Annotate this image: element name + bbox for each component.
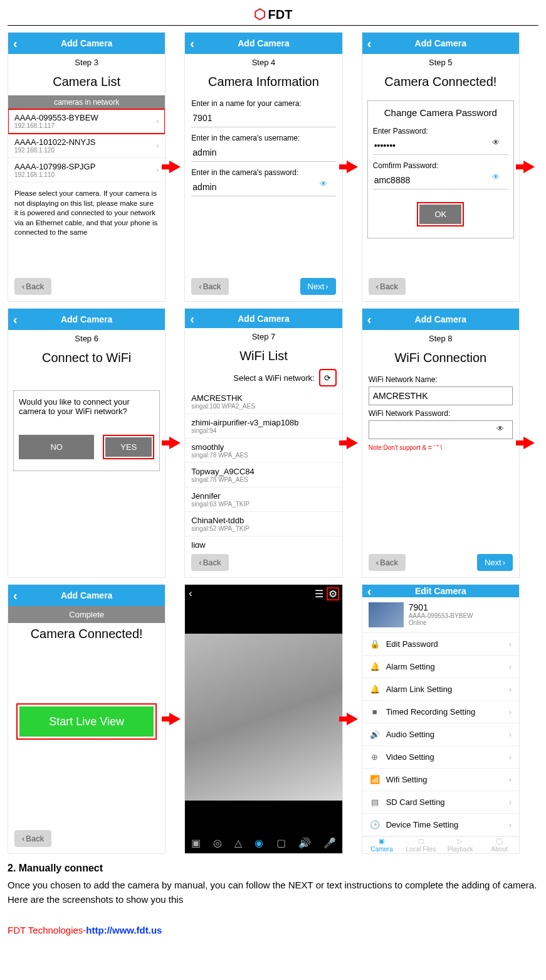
menu-item-wifi-setting[interactable]: 📶Wifi Setting›	[362, 769, 519, 791]
refresh-button[interactable]: ⟳	[320, 370, 336, 386]
back-button[interactable]: ‹ Back	[14, 830, 51, 847]
menu-item-alarm-setting[interactable]: 🔔Alarm Setting›	[362, 656, 519, 678]
back-chevron-icon[interactable]: ‹	[13, 589, 18, 602]
screenshot-step8: ‹ Add Camera Step 8 WiFi Connection WiFi…	[362, 308, 520, 578]
footer-link[interactable]: http://www.fdt.us	[86, 925, 162, 935]
tab-local-files[interactable]: ▢Local Files	[401, 837, 441, 853]
confirm-password-input[interactable]	[373, 173, 508, 189]
live-top-bar: ‹ ☰ ⚙	[185, 585, 342, 602]
record-icon[interactable]: ▢	[276, 837, 286, 849]
tab-bar: ▣Camera ▢Local Files ▷Playback ◯About	[362, 836, 519, 853]
wifi-list-item[interactable]: ChinaNet-tddbsingal:52 WPA_TKIP	[185, 512, 342, 536]
enter-password-input[interactable]	[373, 138, 508, 155]
wifi-list-item[interactable]: AMCRESTHKsingal:100 WPA2_AES	[185, 390, 342, 414]
mic-icon[interactable]: 🎤	[323, 837, 336, 849]
step-label: Step 5	[362, 54, 519, 71]
back-button[interactable]: ‹ Back	[369, 278, 406, 295]
field-label: WiFi Network Name:	[369, 375, 513, 384]
gear-icon[interactable]: ⚙	[327, 588, 339, 600]
chevron-right-icon: ›	[509, 662, 512, 671]
wifi-list-item[interactable]: smoothlysingal:78 WPA_AES	[185, 439, 342, 463]
gallery-icon[interactable]: ▣	[191, 837, 201, 849]
eye-icon[interactable]: 👁	[320, 179, 327, 188]
eye-icon[interactable]: 👁	[496, 424, 504, 433]
next-button[interactable]: Next ›	[300, 278, 336, 295]
screen-title: Camera Connected!	[8, 623, 165, 647]
screen-title: WiFi Connection	[362, 347, 519, 371]
camera-list-item[interactable]: AAAA-107998-SPJGP 192.168.1.110 ›	[8, 158, 165, 183]
camera-id: AAAA-101022-NNYJS	[14, 137, 159, 147]
eye-icon[interactable]: 👁	[492, 138, 500, 147]
back-chevron-icon[interactable]: ‹	[367, 37, 372, 50]
ok-button[interactable]: OK	[419, 205, 461, 224]
snapshot-icon[interactable]: ◎	[213, 837, 222, 849]
eye-icon[interactable]: 👁	[492, 173, 500, 181]
arrow-right-icon	[523, 437, 535, 449]
flow-arrow	[520, 32, 538, 302]
back-chevron-icon[interactable]: ‹	[190, 312, 194, 325]
username-input[interactable]	[191, 145, 335, 162]
nav-bar: ‹ Add Camera	[362, 33, 519, 54]
back-chevron-icon[interactable]: ‹	[367, 585, 372, 597]
chevron-right-icon: ›	[509, 797, 512, 807]
back-chevron-icon[interactable]: ‹	[189, 588, 192, 599]
menu-item-alarm-link[interactable]: 🔔Alarm Link Setting›	[362, 678, 519, 701]
footer-company: FDT Technologies-	[8, 925, 86, 935]
sliders-icon[interactable]: ☰	[315, 588, 323, 600]
back-button[interactable]: ‹ Back	[369, 554, 406, 571]
password-input[interactable]	[191, 179, 335, 196]
camera-name: 7901	[409, 602, 473, 612]
tab-camera[interactable]: ▣Camera	[362, 837, 402, 853]
wifi-name-input[interactable]	[369, 386, 513, 405]
back-button[interactable]: ‹ Back	[191, 278, 228, 295]
back-chevron-icon[interactable]: ‹	[13, 37, 18, 50]
screenshot-live-view: ‹ ☰ ⚙ ▣ ◎ △ ◉ ▢ 🔊 🎤	[184, 584, 342, 854]
back-chevron-icon[interactable]: ‹	[367, 313, 372, 326]
nav-title: Edit Camera	[415, 586, 466, 596]
warning-icon[interactable]: △	[234, 837, 242, 849]
flow-arrow	[343, 308, 362, 578]
no-button[interactable]: NO	[19, 435, 94, 459]
screenshot-step7: ‹ Add Camera Step 7 WiFi List Select a W…	[184, 308, 342, 578]
chevron-right-icon: ›	[509, 730, 512, 739]
nav-bar: ‹ Add Camera	[362, 309, 519, 330]
highlight-box: OK	[417, 202, 464, 226]
menu-item-edit-password[interactable]: 🔒Edit Password›	[362, 633, 519, 656]
menu-item-timed-recording[interactable]: ■Timed Recording Setting›	[362, 701, 519, 723]
wifi-list-item[interactable]: ligwsingal:52 WPA AES	[185, 536, 342, 548]
step-label: Step 7	[185, 328, 342, 345]
wifi-list-item[interactable]: Topway_A9CC84singal:78 WPA_AES	[185, 463, 342, 487]
arrow-right-icon	[169, 713, 181, 725]
yes-button[interactable]: YES	[105, 437, 152, 457]
section-heading: 2. Manually connect	[8, 863, 538, 874]
back-chevron-icon[interactable]: ‹	[190, 37, 194, 50]
wifi-list-item[interactable]: zhimi-airpurifier-v3_miap108bsingal:94	[185, 414, 342, 439]
speaker-icon[interactable]: 🔊	[298, 837, 311, 849]
next-button[interactable]: Next ›	[477, 554, 513, 571]
start-live-view-button[interactable]: Start Live View	[19, 706, 154, 737]
menu-item-sd-card[interactable]: ▤SD Card Setting›	[362, 791, 519, 814]
camera-feed[interactable]	[185, 634, 342, 801]
back-button[interactable]: ‹ Back	[191, 554, 228, 571]
wifi-password-input[interactable]	[369, 420, 513, 439]
wifi-list-item[interactable]: Jennifersingal:63 WPA_TKIP	[185, 487, 342, 512]
tab-about[interactable]: ◯About	[480, 837, 519, 853]
camera-list-item[interactable]: AAAA-099553-BYBEW 192.168.1.117 ›	[8, 109, 165, 134]
panel-title: Change Camera Password	[373, 107, 508, 118]
camera-icon[interactable]: ◉	[255, 837, 263, 849]
chevron-right-icon: ›	[509, 639, 512, 649]
camera-list-item[interactable]: AAAA-101022-NNYJS 192.168.1.120 ›	[8, 134, 165, 158]
tab-playback[interactable]: ▷Playback	[441, 837, 480, 853]
menu-item-device-time[interactable]: 🕒Device Time Setting›	[362, 814, 519, 836]
back-button[interactable]: ‹ Back	[14, 278, 51, 295]
back-chevron-icon[interactable]: ‹	[13, 313, 18, 326]
help-text: Please select your camera. If your camer…	[8, 183, 165, 244]
camera-name-input[interactable]	[191, 110, 335, 127]
step-label: Step 8	[362, 330, 519, 347]
prompt-text: Would you like to connect your camera to…	[19, 397, 154, 416]
select-wifi-label: Select a WiFi network:	[233, 373, 314, 383]
nav-bar: ‹ Add Camera	[8, 33, 165, 54]
menu-item-audio-setting[interactable]: 🔊Audio Setting›	[362, 723, 519, 746]
screen-title: WiFi List	[185, 345, 342, 370]
menu-item-video-setting[interactable]: ⊕Video Setting›	[362, 746, 519, 769]
